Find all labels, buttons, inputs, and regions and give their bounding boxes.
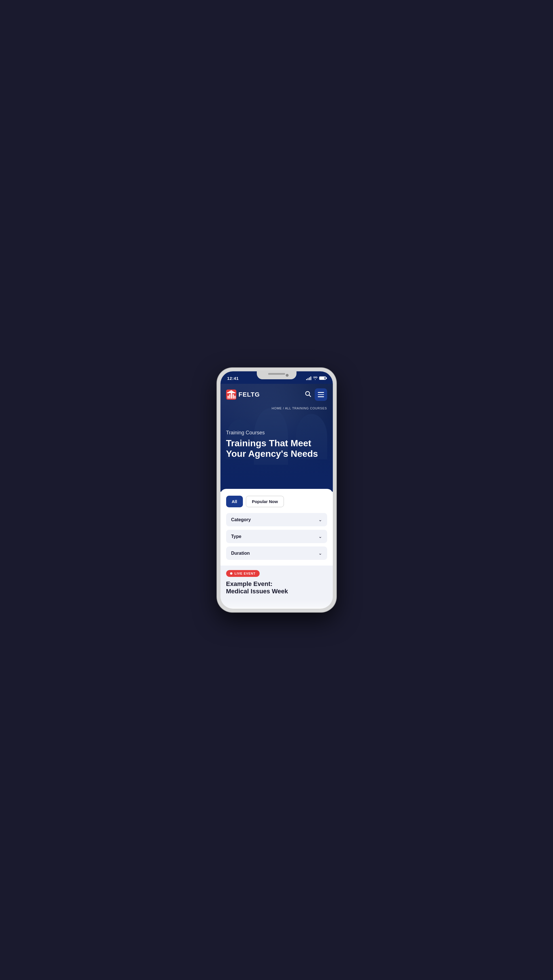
svg-rect-1: [227, 396, 229, 399]
breadcrumb-text: HOME / ALL TRAINING COURSES: [272, 407, 327, 410]
logo: FELTG: [226, 390, 260, 400]
front-camera: [286, 374, 289, 377]
hero-section: FELTG: [221, 384, 333, 492]
signal-icon: [306, 376, 311, 380]
duration-chevron-icon: ⌄: [318, 550, 322, 556]
live-dot: [230, 572, 232, 574]
live-badge[interactable]: LIVE EVENT: [226, 570, 260, 577]
logo-icon: [226, 390, 236, 400]
menu-line-1: [318, 392, 324, 393]
duration-dropdown[interactable]: Duration ⌄: [226, 547, 327, 560]
dropdown-group: Category ⌄ Type ⌄ Duration ⌄: [226, 513, 327, 560]
battery-icon: [319, 377, 326, 380]
tab-popular-now[interactable]: Popular Now: [246, 496, 284, 508]
svg-rect-2: [229, 395, 230, 399]
live-badge-text: LIVE EVENT: [235, 572, 256, 575]
bottom-fade: [221, 600, 333, 608]
status-time: 12:41: [227, 376, 239, 381]
tabs-container: All Popular Now: [226, 496, 327, 508]
filter-card: All Popular Now Category ⌄ Type ⌄ Durati…: [221, 489, 333, 565]
hero-content: Training Courses Trainings That Meet You…: [221, 413, 333, 468]
hero-subtitle: Training Courses: [226, 430, 327, 436]
phone-frame: 12:41: [217, 368, 336, 612]
tab-all[interactable]: All: [226, 496, 243, 508]
svg-rect-4: [233, 395, 234, 399]
svg-rect-3: [231, 393, 232, 399]
category-chevron-icon: ⌄: [318, 517, 322, 522]
course-title-line2: Medical Issues Week: [226, 588, 288, 595]
type-label: Type: [231, 534, 242, 539]
search-icon: [305, 391, 311, 397]
menu-button[interactable]: [315, 388, 327, 401]
notch-pill: [268, 373, 285, 375]
category-dropdown[interactable]: Category ⌄: [226, 513, 327, 527]
menu-line-3: [318, 396, 324, 397]
wifi-icon: [313, 377, 318, 380]
category-label: Category: [231, 517, 251, 522]
course-title[interactable]: Example Event: Medical Issues Week: [226, 580, 327, 595]
search-button[interactable]: [305, 391, 311, 399]
svg-line-9: [309, 395, 311, 396]
course-section: LIVE EVENT Example Event: Medical Issues…: [221, 565, 333, 600]
menu-line-2: [318, 395, 324, 395]
course-title-line1: Example Event:: [226, 580, 273, 587]
nav-bar: FELTG: [221, 384, 333, 406]
breadcrumb: HOME / ALL TRAINING COURSES: [221, 406, 333, 413]
nav-right: [305, 388, 327, 401]
svg-rect-5: [234, 396, 235, 399]
type-dropdown[interactable]: Type ⌄: [226, 530, 327, 543]
phone-notch: [257, 371, 297, 379]
hero-title: Trainings That Meet Your Agency's Needs: [226, 438, 327, 459]
phone-screen: 12:41: [221, 371, 333, 609]
type-chevron-icon: ⌄: [318, 534, 322, 539]
duration-label: Duration: [231, 551, 250, 556]
status-icons: [306, 376, 326, 380]
logo-text: FELTG: [238, 391, 260, 398]
